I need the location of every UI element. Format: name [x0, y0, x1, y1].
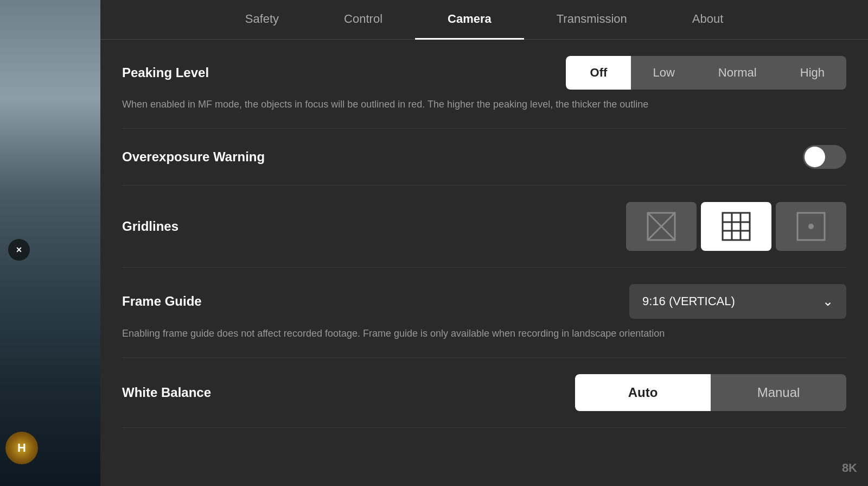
peaking-level-main: Peaking Level Off Low Normal High: [122, 56, 846, 90]
resolution-badge: 8K: [842, 461, 857, 475]
frame-guide-description: Enabling frame guide does not affect rec…: [122, 326, 846, 341]
settings-content: Peaking Level Off Low Normal High When e…: [100, 40, 868, 486]
white-balance-main: White Balance Auto Manual: [122, 374, 846, 411]
logo-letter: H: [17, 441, 26, 455]
gridlines-grid-icon: [720, 210, 752, 243]
frame-guide-main: Frame Guide 9:16 (VERTICAL) ⌄: [122, 284, 846, 319]
frame-guide-dropdown[interactable]: 9:16 (VERTICAL) ⌄: [629, 284, 846, 319]
tab-about[interactable]: About: [660, 0, 756, 40]
svg-rect-3: [723, 213, 750, 240]
tab-camera[interactable]: Camera: [415, 0, 524, 40]
camera-view: × H: [0, 0, 100, 486]
nav-tabs: Safety Control Camera Transmission About: [100, 0, 868, 40]
tab-control[interactable]: Control: [311, 0, 415, 40]
chevron-down-icon: ⌄: [822, 294, 833, 309]
peaking-off-button[interactable]: Off: [566, 56, 631, 90]
gridlines-none-icon: [645, 210, 678, 243]
peaking-level-options: Off Low Normal High: [566, 56, 846, 90]
toggle-knob: [805, 147, 825, 167]
white-balance-row: White Balance Auto Manual: [122, 358, 846, 428]
gridlines-center-button[interactable]: [776, 202, 846, 251]
gridlines-label: Gridlines: [122, 219, 178, 234]
camera-logo: H: [5, 432, 38, 464]
frame-guide-value: 9:16 (VERTICAL): [642, 294, 735, 308]
settings-panel: Safety Control Camera Transmission About…: [100, 0, 868, 486]
peaking-normal-button[interactable]: Normal: [697, 56, 778, 90]
svg-point-9: [808, 224, 814, 229]
overexposure-toggle[interactable]: [803, 145, 846, 169]
gridlines-options: [626, 202, 846, 251]
peaking-low-button[interactable]: Low: [631, 56, 696, 90]
white-balance-options: Auto Manual: [575, 374, 846, 411]
wb-auto-button[interactable]: Auto: [575, 374, 711, 411]
peaking-level-row: Peaking Level Off Low Normal High When e…: [122, 40, 846, 129]
frame-guide-label: Frame Guide: [122, 294, 202, 309]
close-icon: ×: [16, 244, 22, 256]
wb-manual-button[interactable]: Manual: [711, 374, 846, 411]
tab-safety[interactable]: Safety: [213, 0, 311, 40]
overexposure-row: Overexposure Warning: [122, 129, 846, 186]
gridlines-none-button[interactable]: [626, 202, 697, 251]
overexposure-label: Overexposure Warning: [122, 149, 265, 165]
gridlines-grid-button[interactable]: [701, 202, 771, 251]
close-button[interactable]: ×: [8, 239, 30, 261]
overexposure-main: Overexposure Warning: [122, 145, 846, 169]
gridlines-center-icon: [795, 210, 827, 243]
white-balance-label: White Balance: [122, 385, 211, 400]
frame-guide-row: Frame Guide 9:16 (VERTICAL) ⌄ Enabling f…: [122, 268, 846, 358]
peaking-level-label: Peaking Level: [122, 65, 209, 80]
gridlines-row: Gridlines: [122, 186, 846, 268]
peaking-high-button[interactable]: High: [778, 56, 846, 90]
peaking-level-description: When enabled in MF mode, the objects in …: [122, 97, 846, 112]
tab-transmission[interactable]: Transmission: [524, 0, 660, 40]
gridlines-main: Gridlines: [122, 202, 846, 251]
